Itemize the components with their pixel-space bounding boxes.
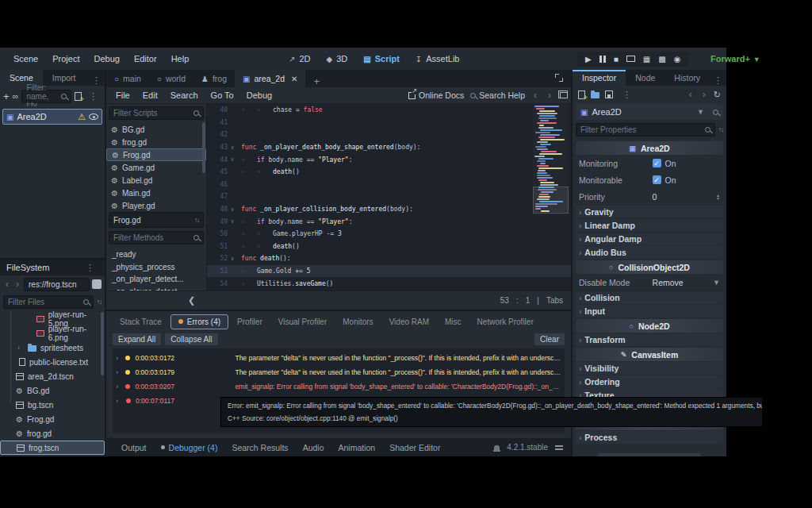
expand-all-button[interactable]: Expand All: [113, 333, 161, 345]
pause-icon[interactable]: [599, 56, 606, 63]
inspector-forward-icon[interactable]: ›: [700, 89, 708, 100]
debugger-tab-monitors[interactable]: Monitors: [335, 315, 380, 329]
method-item[interactable]: _physics_process: [106, 261, 206, 274]
bottom-tab-audio[interactable]: Audio: [296, 443, 331, 452]
file-Frog.gd[interactable]: ⚙Frog.gd: [0, 412, 105, 426]
workspace-2d[interactable]: ↗2D: [282, 52, 316, 66]
workspace-3d[interactable]: ◆3D: [320, 52, 354, 66]
play-scene-icon[interactable]: ▦: [643, 55, 650, 64]
menu-debug[interactable]: Debug: [86, 54, 126, 64]
code-line-54[interactable]: 54 »Utilities.saveGame(): [207, 277, 571, 290]
fold-arrow-icon[interactable]: ∨: [231, 256, 241, 262]
distraction-free-icon[interactable]: [555, 74, 563, 82]
script-menu-search[interactable]: Search: [164, 90, 205, 100]
code-minimap[interactable]: [533, 104, 569, 215]
bottom-tab-search-results[interactable]: Search Results: [224, 443, 295, 452]
add-metadata-button[interactable]: + Add Metadata: [598, 453, 701, 456]
bottom-tab-animation[interactable]: Animation: [331, 443, 382, 452]
fold-arrow-icon[interactable]: ∨: [231, 218, 241, 225]
section-collision[interactable]: ›Collision: [576, 291, 723, 304]
script-item-Player.gd[interactable]: ⚙Player.gd: [106, 199, 206, 212]
object-history-icon[interactable]: ↻: [714, 90, 721, 100]
code-line-43[interactable]: 43 ∨func _on_player_death_body_shape_ent…: [207, 141, 571, 154]
code-line-52[interactable]: 52 ∨func death():: [207, 252, 571, 265]
code-line-41[interactable]: 41: [207, 117, 571, 129]
visibility-eye-icon[interactable]: [89, 114, 98, 120]
remote-debug-icon[interactable]: [626, 56, 635, 62]
path-field[interactable]: res://frog.tscn: [24, 278, 90, 291]
bottom-tab-debugger-4-[interactable]: Debugger (4): [154, 443, 225, 452]
toggle-scripts-panel-icon[interactable]: ❮: [188, 295, 195, 306]
toggle-split-mode-icon[interactable]: [92, 279, 102, 289]
scene-tab-main[interactable]: ○main: [106, 70, 149, 87]
inspector-tab-node[interactable]: Node: [626, 70, 665, 86]
fold-arrow-icon[interactable]: ∨: [231, 144, 241, 151]
add-node-icon[interactable]: +: [3, 90, 10, 102]
debugger-tab-network-profiler[interactable]: Network Profiler: [470, 315, 541, 329]
workspace-script[interactable]: ▤Script: [357, 52, 406, 66]
debugger-tab-errors-4-[interactable]: Errors (4): [170, 314, 228, 329]
file-BG.gd[interactable]: ⚙BG.gd: [0, 383, 105, 398]
menu-help[interactable]: Help: [164, 54, 197, 64]
code-line-42[interactable]: 42: [207, 129, 571, 141]
resource-menu-icon[interactable]: ⋮: [619, 90, 635, 100]
code-line-46[interactable]: 46: [207, 179, 571, 191]
file-frog.gd[interactable]: ⚙frog.gd: [0, 426, 105, 441]
history-back-icon[interactable]: ‹: [3, 279, 11, 290]
inspector-tab-inspector[interactable]: Inspector: [573, 70, 626, 86]
scene-dock-menu-icon[interactable]: ⋮: [85, 91, 102, 102]
property-tools-icon[interactable]: ↑↓: [718, 126, 723, 133]
code-line-45[interactable]: 45 »»death(): [207, 166, 571, 179]
workspace-assetlib[interactable]: ↧AssetLib: [409, 52, 466, 66]
script-menu-debug[interactable]: Debug: [240, 90, 278, 100]
code-line-49[interactable]: 49 ∨»if body.name == "Player":: [207, 215, 571, 228]
code-line-47[interactable]: 47: [207, 190, 571, 203]
method-item[interactable]: _on_player_detect...: [106, 273, 206, 286]
expand-bottom-panel-icon[interactable]: [555, 445, 563, 447]
close-icon[interactable]: ✕: [291, 75, 297, 83]
code-line-51[interactable]: 51 »»death(): [207, 241, 571, 253]
expander-icon[interactable]: ›: [116, 383, 121, 391]
play-icon[interactable]: ▶: [585, 55, 592, 64]
section-visibility[interactable]: ›Visibility: [576, 362, 723, 375]
section-linear-damp[interactable]: ›Linear Damp: [576, 219, 723, 232]
instantiate-scene-icon[interactable]: ∞: [13, 91, 19, 101]
scene-node-area2d[interactable]: ▣ Area2D ⚠: [2, 109, 102, 125]
menu-editor[interactable]: Editor: [127, 54, 164, 64]
minimap-viewport[interactable]: [533, 187, 569, 214]
code-line-40[interactable]: 40 »»chase = false: [207, 104, 571, 117]
filter-methods-input[interactable]: Filter Methods: [109, 231, 204, 244]
error-row[interactable]: › 0:00:03:0172 The parameter "delta" is …: [116, 351, 561, 365]
script-item-Frog.gd[interactable]: ⚙Frog.gd: [106, 148, 206, 161]
expander-icon[interactable]: ›: [116, 368, 121, 376]
clear-button[interactable]: Clear: [534, 333, 565, 345]
category-canvasitem[interactable]: ✎CanvasItem: [576, 348, 723, 361]
section-process[interactable]: ›Process: [576, 431, 723, 444]
script-history-forward-icon[interactable]: ›: [546, 90, 553, 101]
scrollbar[interactable]: [202, 122, 205, 173]
bottom-tab-shader-editor[interactable]: Shader Editor: [382, 443, 447, 452]
file-public-license.txt[interactable]: public-license.txt: [0, 355, 105, 369]
file-bg.tscn[interactable]: bg.tscn: [0, 398, 105, 412]
section-input[interactable]: ›Input: [576, 305, 723, 318]
error-row[interactable]: › 0:00:03:0179 The parameter "delta" is …: [116, 365, 561, 379]
method-item[interactable]: _ready: [106, 248, 206, 261]
scene-tab-area_2d[interactable]: ▣area_2d✕: [235, 70, 305, 87]
open-docs-icon[interactable]: [713, 110, 718, 115]
attach-script-icon[interactable]: +: [75, 92, 82, 101]
checkbox-checked-icon[interactable]: ✓: [653, 175, 661, 184]
script-menu-edit[interactable]: Edit: [136, 90, 164, 100]
section-angular-damp[interactable]: ›Angular Damp: [576, 233, 723, 245]
category-area2d[interactable]: ▣Area2D: [576, 141, 723, 155]
edited-object-selector[interactable]: ▣ Area2D ▼: [576, 104, 723, 120]
inspector-back-icon[interactable]: ‹: [687, 89, 695, 100]
debugger-tab-misc[interactable]: Misc: [438, 315, 469, 329]
movie-maker-icon[interactable]: ◉: [674, 55, 681, 64]
script-history-back-icon[interactable]: ‹: [531, 90, 539, 101]
debugger-tab-stack-trace[interactable]: Stack Trace: [113, 315, 169, 329]
spinner-arrows-icon[interactable]: ▲▼: [716, 194, 720, 200]
menu-project[interactable]: Project: [45, 54, 86, 64]
scene-tab-world[interactable]: ○world: [149, 70, 193, 87]
script-item-frog.gd[interactable]: ⚙frog.gd: [106, 136, 206, 148]
debugger-tab-visual-profiler[interactable]: Visual Profiler: [271, 315, 335, 329]
